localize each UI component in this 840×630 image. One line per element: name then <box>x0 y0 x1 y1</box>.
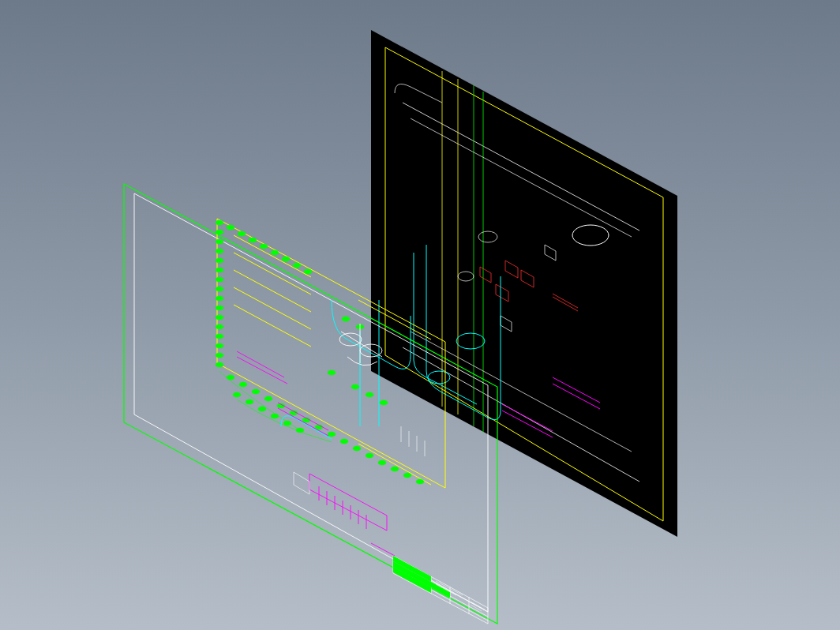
svg-marker-109 <box>393 561 450 598</box>
svg-point-31 <box>216 249 223 253</box>
svg-point-49 <box>282 257 290 261</box>
svg-point-42 <box>216 353 223 358</box>
svg-point-41 <box>216 343 223 348</box>
svg-point-66 <box>403 473 411 478</box>
svg-point-69 <box>246 399 253 404</box>
black-sheet <box>371 30 677 537</box>
svg-point-43 <box>216 362 223 367</box>
svg-point-47 <box>260 244 268 249</box>
svg-point-29 <box>216 230 223 234</box>
svg-point-93 <box>339 333 362 346</box>
svg-point-34 <box>216 277 223 282</box>
svg-point-77 <box>328 370 336 375</box>
svg-point-44 <box>227 225 234 230</box>
svg-point-54 <box>252 389 260 394</box>
svg-line-81 <box>237 351 284 377</box>
cad-drawing <box>0 0 840 630</box>
svg-point-60 <box>328 432 336 437</box>
svg-point-67 <box>416 479 424 484</box>
svg-point-65 <box>391 467 399 471</box>
svg-point-62 <box>353 446 361 451</box>
svg-point-45 <box>238 231 246 236</box>
svg-point-39 <box>216 324 223 329</box>
svg-marker-0 <box>371 30 677 537</box>
svg-line-23 <box>234 270 311 312</box>
svg-point-38 <box>216 315 223 320</box>
svg-line-27 <box>358 444 431 485</box>
svg-point-28 <box>216 220 223 225</box>
svg-point-48 <box>271 250 279 255</box>
svg-point-63 <box>366 453 373 458</box>
svg-point-52 <box>227 375 234 380</box>
svg-point-68 <box>233 392 241 397</box>
svg-point-46 <box>249 238 257 242</box>
svg-point-36 <box>216 296 223 301</box>
svg-point-35 <box>216 287 223 291</box>
svg-line-25 <box>234 305 311 347</box>
svg-point-51 <box>304 269 312 274</box>
svg-line-24 <box>234 287 311 329</box>
svg-point-40 <box>216 334 223 339</box>
svg-point-70 <box>258 407 266 411</box>
svg-point-64 <box>378 460 386 465</box>
svg-point-32 <box>216 258 223 263</box>
svg-point-74 <box>351 384 359 389</box>
svg-point-30 <box>216 239 223 244</box>
svg-point-75 <box>366 392 373 397</box>
svg-line-92 <box>371 543 395 556</box>
svg-point-37 <box>216 306 223 310</box>
svg-line-22 <box>234 253 311 294</box>
svg-point-72 <box>283 421 291 426</box>
title-block <box>393 556 488 624</box>
svg-point-78 <box>342 317 350 321</box>
svg-point-76 <box>380 400 388 405</box>
svg-point-50 <box>293 263 301 268</box>
cad-viewport[interactable] <box>0 0 840 630</box>
svg-point-71 <box>271 414 279 418</box>
svg-point-53 <box>239 382 247 387</box>
svg-point-33 <box>216 268 223 272</box>
svg-point-61 <box>340 439 348 444</box>
svg-line-21 <box>234 235 311 277</box>
svg-line-82 <box>237 357 287 384</box>
svg-point-55 <box>264 396 272 401</box>
